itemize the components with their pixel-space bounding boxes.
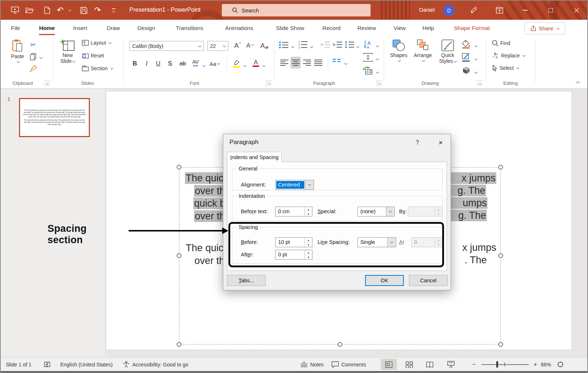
tab-draw[interactable]: Draw bbox=[106, 20, 121, 36]
copy-icon[interactable] bbox=[30, 53, 37, 60]
text-highlight-button[interactable] bbox=[231, 57, 242, 68]
new-slide-button[interactable]: New Slide bbox=[56, 39, 79, 64]
tab-record[interactable]: Record bbox=[322, 20, 341, 36]
align-right-button[interactable] bbox=[302, 57, 312, 68]
save-icon[interactable] bbox=[78, 4, 89, 16]
slide-indicator[interactable]: Slide 1 of 1 bbox=[6, 358, 31, 371]
numbering-button[interactable]: 123 bbox=[298, 40, 308, 49]
bold-button[interactable]: B bbox=[130, 58, 139, 69]
columns-dropdown-icon[interactable] bbox=[344, 60, 347, 66]
shape-effects-button[interactable] bbox=[462, 66, 471, 74]
spacing-after-up-icon[interactable]: ▲ bbox=[305, 250, 312, 255]
font-size-combo[interactable]: 22 bbox=[207, 41, 228, 51]
text-shadow-button[interactable]: S bbox=[166, 58, 174, 69]
avatar[interactable]: D bbox=[443, 5, 455, 16]
user-name[interactable]: Daniel bbox=[419, 7, 435, 13]
align-text-button[interactable] bbox=[363, 53, 373, 62]
text-highlight-dropdown-icon[interactable] bbox=[243, 63, 246, 68]
font-dialog-launcher[interactable]: ↘ bbox=[266, 80, 271, 86]
spacing-before-up-icon[interactable]: ▲ bbox=[305, 238, 312, 242]
dialog-help-button[interactable]: ? bbox=[412, 138, 423, 147]
zoom-level[interactable]: 66% bbox=[541, 358, 551, 371]
search-input[interactable]: Search bbox=[222, 4, 371, 16]
tab-indents-and-spacing[interactable]: Indents and Spacing bbox=[227, 152, 282, 162]
font-name-combo[interactable]: Calibri (Body) bbox=[129, 41, 204, 51]
paragraph-dialog-launcher[interactable]: ↘ bbox=[376, 80, 382, 86]
notes-button[interactable]: Notes bbox=[300, 358, 324, 371]
spacing-after-spinner[interactable]: 0 pt ▲ ▼ bbox=[275, 250, 312, 260]
special-dropdown-icon[interactable] bbox=[386, 207, 394, 216]
resize-handle-middle-right[interactable] bbox=[498, 253, 503, 258]
grow-font-button[interactable]: A^ bbox=[232, 40, 243, 51]
normal-view-button[interactable] bbox=[381, 359, 397, 370]
resize-handle-top-right[interactable] bbox=[498, 165, 503, 170]
before-text-up-icon[interactable]: ▲ bbox=[305, 207, 312, 212]
before-text-down-icon[interactable]: ▼ bbox=[305, 212, 312, 216]
slide-text-left[interactable]: The quick over th quick b over th The qu… bbox=[180, 172, 223, 278]
shape-fill-button[interactable] bbox=[462, 40, 471, 49]
align-center-button[interactable] bbox=[291, 57, 301, 68]
italic-button[interactable]: I bbox=[142, 58, 151, 69]
close-button[interactable] bbox=[568, 1, 585, 20]
bullets-dropdown-icon[interactable] bbox=[291, 44, 294, 49]
replace-button[interactable]: bc Replace bbox=[492, 52, 525, 59]
text-direction-dropdown-icon[interactable] bbox=[375, 43, 379, 49]
start-slideshow-icon[interactable] bbox=[10, 4, 20, 16]
numbering-dropdown-icon[interactable] bbox=[310, 44, 313, 49]
clipboard-dialog-launcher[interactable]: ↘ bbox=[45, 80, 50, 86]
format-painter-icon[interactable] bbox=[29, 65, 37, 73]
change-case-button[interactable]: Aa bbox=[209, 58, 220, 69]
slideshow-view-button[interactable] bbox=[443, 359, 459, 370]
shape-effects-dropdown-icon[interactable] bbox=[474, 69, 477, 75]
special-select[interactable]: (none) bbox=[357, 207, 395, 216]
smartart-dropdown-icon[interactable] bbox=[375, 69, 379, 75]
zoom-slider-track[interactable] bbox=[481, 364, 529, 365]
slide-sorter-view-button[interactable] bbox=[401, 359, 417, 370]
increase-indent-button[interactable] bbox=[333, 41, 342, 48]
share-button[interactable]: Share bbox=[524, 22, 565, 34]
line-spacing-dropdown-icon[interactable] bbox=[387, 238, 396, 247]
select-button[interactable]: Select bbox=[492, 65, 519, 71]
clear-formatting-button[interactable]: A bbox=[258, 40, 270, 51]
columns-button[interactable] bbox=[333, 59, 341, 64]
collapse-ribbon-icon[interactable] bbox=[575, 81, 579, 87]
arrange-button[interactable]: Arrange bbox=[411, 39, 434, 62]
tab-file[interactable]: File bbox=[10, 20, 21, 36]
undo-icon[interactable]: ↶ bbox=[56, 4, 65, 16]
resize-handle-middle-left[interactable] bbox=[177, 253, 182, 258]
character-spacing-button[interactable]: AV bbox=[190, 57, 201, 68]
character-spacing-dropdown-icon[interactable] bbox=[202, 63, 205, 68]
slide-text-right[interactable]: x jumps g. The umps g. The x jumps . The bbox=[451, 172, 497, 278]
minimize-button[interactable] bbox=[517, 1, 534, 20]
tab-slide-show[interactable]: Slide Show bbox=[275, 20, 305, 36]
tab-transitions[interactable]: Transitions bbox=[175, 20, 204, 36]
coming-soon-icon[interactable] bbox=[466, 1, 482, 20]
align-text-dropdown-icon[interactable] bbox=[375, 56, 379, 62]
zoom-in-button[interactable]: + bbox=[534, 358, 537, 371]
tab-view[interactable]: View bbox=[393, 20, 406, 36]
undo-dropdown-icon[interactable] bbox=[67, 4, 72, 16]
resize-handle-bottom-right[interactable] bbox=[498, 342, 503, 347]
ribbon-display-options-icon[interactable] bbox=[491, 1, 508, 20]
alignment-dropdown-icon[interactable] bbox=[305, 180, 314, 189]
tab-design[interactable]: Design bbox=[137, 20, 156, 36]
maximize-button[interactable] bbox=[542, 1, 559, 20]
bullets-button[interactable] bbox=[279, 41, 289, 48]
reset-button[interactable]: Reset bbox=[82, 53, 104, 59]
tab-help[interactable]: Help bbox=[422, 20, 435, 36]
shapes-button[interactable]: Shapes bbox=[388, 39, 409, 62]
zoom-slider-thumb[interactable] bbox=[496, 361, 498, 368]
copy-dropdown-icon[interactable] bbox=[39, 54, 42, 60]
redo-icon[interactable]: ↷ bbox=[93, 4, 102, 16]
shape-outline-button[interactable] bbox=[462, 53, 471, 62]
comments-button[interactable]: Comments bbox=[331, 358, 366, 371]
spell-check-icon[interactable] bbox=[44, 358, 50, 371]
shape-fill-dropdown-icon[interactable] bbox=[474, 43, 477, 49]
slide-thumbnail[interactable]: The quick brown fox jumps over the lazy … bbox=[19, 98, 90, 137]
dialog-close-button[interactable]: ✕ bbox=[435, 138, 446, 147]
alignment-select[interactable]: Centered bbox=[275, 180, 314, 190]
font-color-dropdown-icon[interactable] bbox=[262, 63, 265, 68]
convert-to-smartart-button[interactable] bbox=[363, 67, 373, 75]
tab-animations[interactable]: Animations bbox=[224, 20, 254, 36]
find-button[interactable]: Find bbox=[492, 40, 510, 46]
